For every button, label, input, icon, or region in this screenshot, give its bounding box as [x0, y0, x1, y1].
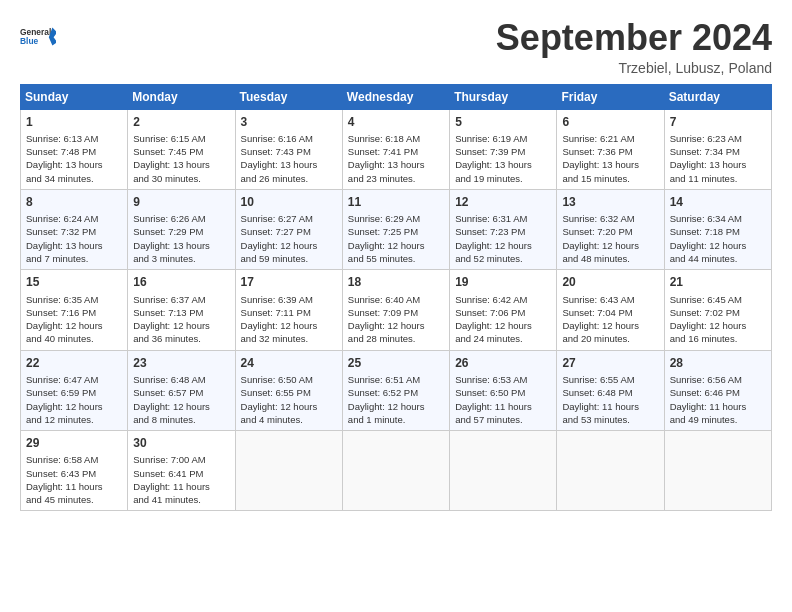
day-info: Sunrise: 6:27 AM Sunset: 7:27 PM Dayligh… — [241, 212, 337, 265]
day-number: 9 — [133, 194, 229, 210]
col-wednesday: Wednesday — [342, 84, 449, 109]
day-info: Sunrise: 6:48 AM Sunset: 6:57 PM Dayligh… — [133, 373, 229, 426]
calendar-cell: 29Sunrise: 6:58 AM Sunset: 6:43 PM Dayli… — [21, 431, 128, 511]
day-number: 5 — [455, 114, 551, 130]
day-number: 4 — [348, 114, 444, 130]
calendar-cell: 13Sunrise: 6:32 AM Sunset: 7:20 PM Dayli… — [557, 189, 664, 269]
calendar-cell: 14Sunrise: 6:34 AM Sunset: 7:18 PM Dayli… — [664, 189, 771, 269]
calendar-cell — [664, 431, 771, 511]
day-number: 18 — [348, 274, 444, 290]
day-number: 28 — [670, 355, 766, 371]
day-number: 13 — [562, 194, 658, 210]
day-info: Sunrise: 6:45 AM Sunset: 7:02 PM Dayligh… — [670, 293, 766, 346]
day-info: Sunrise: 6:42 AM Sunset: 7:06 PM Dayligh… — [455, 293, 551, 346]
day-info: Sunrise: 6:58 AM Sunset: 6:43 PM Dayligh… — [26, 453, 122, 506]
calendar-cell: 6Sunrise: 6:21 AM Sunset: 7:36 PM Daylig… — [557, 109, 664, 189]
day-info: Sunrise: 6:16 AM Sunset: 7:43 PM Dayligh… — [241, 132, 337, 185]
calendar-week-1: 1Sunrise: 6:13 AM Sunset: 7:48 PM Daylig… — [21, 109, 772, 189]
calendar-week-3: 15Sunrise: 6:35 AM Sunset: 7:16 PM Dayli… — [21, 270, 772, 350]
month-title: September 2024 — [496, 18, 772, 58]
day-number: 7 — [670, 114, 766, 130]
calendar-cell: 25Sunrise: 6:51 AM Sunset: 6:52 PM Dayli… — [342, 350, 449, 430]
day-number: 12 — [455, 194, 551, 210]
day-number: 26 — [455, 355, 551, 371]
day-info: Sunrise: 6:21 AM Sunset: 7:36 PM Dayligh… — [562, 132, 658, 185]
calendar-cell: 18Sunrise: 6:40 AM Sunset: 7:09 PM Dayli… — [342, 270, 449, 350]
col-tuesday: Tuesday — [235, 84, 342, 109]
day-info: Sunrise: 6:37 AM Sunset: 7:13 PM Dayligh… — [133, 293, 229, 346]
day-number: 3 — [241, 114, 337, 130]
col-saturday: Saturday — [664, 84, 771, 109]
day-number: 29 — [26, 435, 122, 451]
day-number: 30 — [133, 435, 229, 451]
calendar-header-row: Sunday Monday Tuesday Wednesday Thursday… — [21, 84, 772, 109]
logo: General Blue — [20, 18, 56, 54]
day-number: 10 — [241, 194, 337, 210]
calendar-cell: 22Sunrise: 6:47 AM Sunset: 6:59 PM Dayli… — [21, 350, 128, 430]
calendar-cell — [450, 431, 557, 511]
col-thursday: Thursday — [450, 84, 557, 109]
day-info: Sunrise: 6:39 AM Sunset: 7:11 PM Dayligh… — [241, 293, 337, 346]
day-info: Sunrise: 6:43 AM Sunset: 7:04 PM Dayligh… — [562, 293, 658, 346]
calendar-week-2: 8Sunrise: 6:24 AM Sunset: 7:32 PM Daylig… — [21, 189, 772, 269]
calendar-cell: 23Sunrise: 6:48 AM Sunset: 6:57 PM Dayli… — [128, 350, 235, 430]
calendar-cell: 1Sunrise: 6:13 AM Sunset: 7:48 PM Daylig… — [21, 109, 128, 189]
title-block: September 2024 Trzebiel, Lubusz, Poland — [496, 18, 772, 76]
day-info: Sunrise: 6:15 AM Sunset: 7:45 PM Dayligh… — [133, 132, 229, 185]
calendar-cell: 4Sunrise: 6:18 AM Sunset: 7:41 PM Daylig… — [342, 109, 449, 189]
day-number: 6 — [562, 114, 658, 130]
day-info: Sunrise: 6:34 AM Sunset: 7:18 PM Dayligh… — [670, 212, 766, 265]
calendar-week-4: 22Sunrise: 6:47 AM Sunset: 6:59 PM Dayli… — [21, 350, 772, 430]
col-sunday: Sunday — [21, 84, 128, 109]
day-info: Sunrise: 6:23 AM Sunset: 7:34 PM Dayligh… — [670, 132, 766, 185]
day-number: 16 — [133, 274, 229, 290]
calendar-cell: 20Sunrise: 6:43 AM Sunset: 7:04 PM Dayli… — [557, 270, 664, 350]
calendar-cell: 2Sunrise: 6:15 AM Sunset: 7:45 PM Daylig… — [128, 109, 235, 189]
day-number: 20 — [562, 274, 658, 290]
calendar-cell: 12Sunrise: 6:31 AM Sunset: 7:23 PM Dayli… — [450, 189, 557, 269]
day-number: 21 — [670, 274, 766, 290]
day-info: Sunrise: 6:55 AM Sunset: 6:48 PM Dayligh… — [562, 373, 658, 426]
day-number: 2 — [133, 114, 229, 130]
day-number: 17 — [241, 274, 337, 290]
day-info: Sunrise: 6:26 AM Sunset: 7:29 PM Dayligh… — [133, 212, 229, 265]
day-info: Sunrise: 6:35 AM Sunset: 7:16 PM Dayligh… — [26, 293, 122, 346]
day-number: 27 — [562, 355, 658, 371]
calendar-cell: 26Sunrise: 6:53 AM Sunset: 6:50 PM Dayli… — [450, 350, 557, 430]
calendar-cell: 10Sunrise: 6:27 AM Sunset: 7:27 PM Dayli… — [235, 189, 342, 269]
calendar-cell: 17Sunrise: 6:39 AM Sunset: 7:11 PM Dayli… — [235, 270, 342, 350]
day-info: Sunrise: 6:50 AM Sunset: 6:55 PM Dayligh… — [241, 373, 337, 426]
day-number: 25 — [348, 355, 444, 371]
day-info: Sunrise: 6:18 AM Sunset: 7:41 PM Dayligh… — [348, 132, 444, 185]
calendar-cell: 28Sunrise: 6:56 AM Sunset: 6:46 PM Dayli… — [664, 350, 771, 430]
day-number: 15 — [26, 274, 122, 290]
day-info: Sunrise: 6:29 AM Sunset: 7:25 PM Dayligh… — [348, 212, 444, 265]
calendar-cell — [342, 431, 449, 511]
day-info: Sunrise: 6:47 AM Sunset: 6:59 PM Dayligh… — [26, 373, 122, 426]
day-info: Sunrise: 6:53 AM Sunset: 6:50 PM Dayligh… — [455, 373, 551, 426]
calendar-table: Sunday Monday Tuesday Wednesday Thursday… — [20, 84, 772, 512]
day-info: Sunrise: 6:31 AM Sunset: 7:23 PM Dayligh… — [455, 212, 551, 265]
svg-text:Blue: Blue — [20, 36, 39, 46]
day-info: Sunrise: 6:51 AM Sunset: 6:52 PM Dayligh… — [348, 373, 444, 426]
day-number: 11 — [348, 194, 444, 210]
day-info: Sunrise: 6:13 AM Sunset: 7:48 PM Dayligh… — [26, 132, 122, 185]
calendar-cell — [557, 431, 664, 511]
calendar-cell: 11Sunrise: 6:29 AM Sunset: 7:25 PM Dayli… — [342, 189, 449, 269]
day-info: Sunrise: 6:19 AM Sunset: 7:39 PM Dayligh… — [455, 132, 551, 185]
day-info: Sunrise: 6:32 AM Sunset: 7:20 PM Dayligh… — [562, 212, 658, 265]
day-number: 22 — [26, 355, 122, 371]
day-number: 23 — [133, 355, 229, 371]
calendar-cell: 21Sunrise: 6:45 AM Sunset: 7:02 PM Dayli… — [664, 270, 771, 350]
day-info: Sunrise: 7:00 AM Sunset: 6:41 PM Dayligh… — [133, 453, 229, 506]
col-friday: Friday — [557, 84, 664, 109]
day-number: 14 — [670, 194, 766, 210]
header: General Blue September 2024 Trzebiel, Lu… — [20, 18, 772, 76]
day-number: 24 — [241, 355, 337, 371]
calendar-cell: 8Sunrise: 6:24 AM Sunset: 7:32 PM Daylig… — [21, 189, 128, 269]
calendar-cell: 3Sunrise: 6:16 AM Sunset: 7:43 PM Daylig… — [235, 109, 342, 189]
location-subtitle: Trzebiel, Lubusz, Poland — [496, 60, 772, 76]
day-info: Sunrise: 6:40 AM Sunset: 7:09 PM Dayligh… — [348, 293, 444, 346]
page: General Blue September 2024 Trzebiel, Lu… — [0, 0, 792, 612]
day-number: 19 — [455, 274, 551, 290]
